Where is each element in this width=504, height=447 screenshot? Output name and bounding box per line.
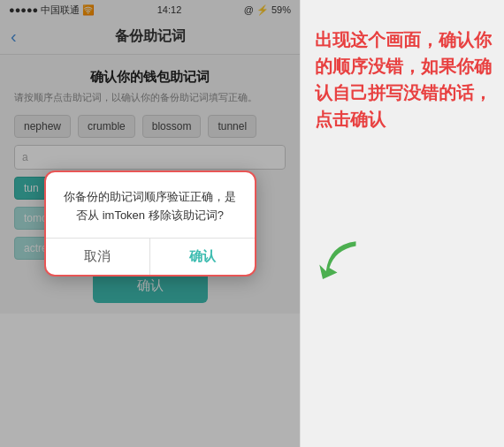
dialog: 你备份的助记词顺序验证正确，是否从 imToken 移除该助记词? 取消 确认 (44, 170, 256, 277)
dialog-body: 你备份的助记词顺序验证正确，是否从 imToken 移除该助记词? (46, 172, 255, 238)
dialog-cancel-button[interactable]: 取消 (46, 239, 151, 275)
annotation-text: 出现这个画面，确认你的顺序没错，如果你确认自己拼写没错的话，点击确认 (315, 27, 493, 133)
dialog-confirm-button[interactable]: 确认 (150, 239, 255, 275)
phone-screen: ●●●●● 中国联通 🛜 14:12 @ ⚡ 59% ‹ 备份助记词 确认你的钱… (0, 0, 301, 447)
dialog-text: 你备份的助记词顺序验证正确，是否从 imToken 移除该助记词? (60, 188, 241, 225)
dialog-overlay: 你备份的助记词顺序验证正确，是否从 imToken 移除该助记词? 取消 确认 (0, 0, 300, 447)
annotation-area: 出现这个画面，确认你的顺序没错，如果你确认自己拼写没错的话，点击确认 (301, 0, 504, 447)
dialog-actions: 取消 确认 (46, 238, 255, 275)
arrow-icon (309, 231, 363, 284)
arrow-container (309, 231, 363, 288)
